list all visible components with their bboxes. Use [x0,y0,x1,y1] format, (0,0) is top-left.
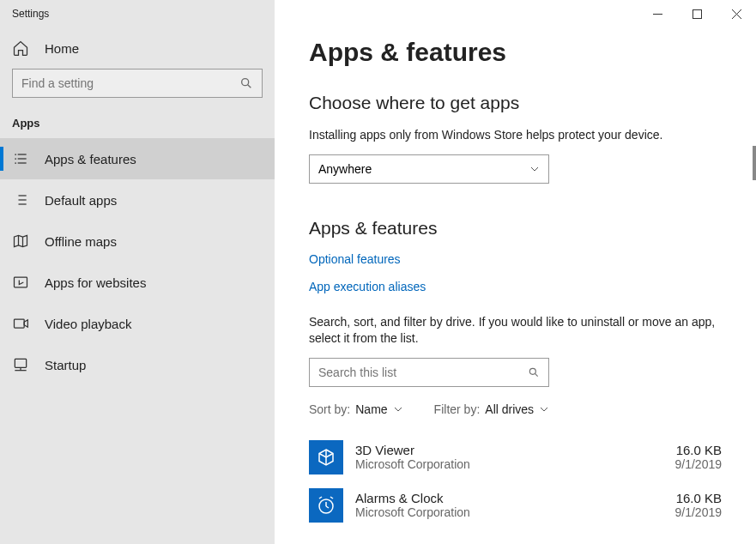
minimize-button[interactable] [638,0,677,27]
app-list-item[interactable]: 3D Viewer Microsoft Corporation 16.0 KB … [309,433,722,481]
svg-rect-19 [15,359,26,367]
sidebar-item-label: Startup [45,358,86,372]
minimize-icon [653,9,662,19]
apps-features-icon [12,150,29,167]
app-publisher: Microsoft Corporation [355,457,663,471]
app-icon-alarms-clock [309,488,343,523]
sidebar-section-title: Apps [0,113,275,138]
chevron-down-icon [529,164,540,174]
app-publisher: Microsoft Corporation [355,505,663,519]
sidebar-item-default-apps[interactable]: Default apps [0,179,275,221]
link-app-execution-aliases[interactable]: App execution aliases [309,280,722,293]
svg-line-1 [248,85,251,88]
window-title: Settings [0,0,275,27]
sidebar-item-apps-features[interactable]: Apps & features [0,138,275,179]
section-heading-apps-features: Apps & features [309,218,722,239]
search-icon [528,366,540,378]
window-caption-buttons [638,0,756,27]
main-panel: Apps & features Choose where to get apps… [275,0,756,544]
filter-label: Filter by: [434,402,481,416]
map-icon [12,233,29,250]
app-name: 3D Viewer [355,443,663,457]
svg-point-0 [242,79,249,86]
app-size: 16.0 KB [675,491,723,505]
sidebar-item-label: Default apps [45,193,117,208]
app-install-date: 9/1/2019 [675,505,723,519]
close-icon [732,9,741,19]
svg-line-30 [326,506,329,508]
svg-line-31 [319,497,322,499]
maximize-icon [692,9,702,19]
link-optional-features[interactable]: Optional features [309,252,722,266]
help-text-choose-where: Installing apps only from Windows Store … [309,127,722,144]
startup-icon [12,356,29,373]
sidebar-item-label: Video playback [45,317,131,331]
section-heading-choose-where: Choose where to get apps [309,93,722,113]
app-name: Alarms & Clock [355,491,663,505]
home-icon [12,39,29,57]
sidebar: Settings Home Apps Apps & features Defau… [0,0,275,544]
svg-line-32 [330,497,333,499]
dropdown-value: Anywhere [318,162,372,176]
list-instructions: Search, sort, and filter by drive. If yo… [309,314,722,348]
svg-rect-23 [692,9,701,18]
svg-rect-16 [15,277,27,287]
search-icon [239,76,253,90]
page-title: Apps & features [309,38,722,67]
sort-by-dropdown[interactable]: Sort by: Name [309,402,403,416]
filter-by-dropdown[interactable]: Filter by: All drives [434,402,549,416]
home-label: Home [45,41,79,56]
app-list-item[interactable]: Alarms & Clock Microsoft Corporation 16.… [309,481,722,529]
app-icon-3d-viewer [309,440,343,474]
filter-value: All drives [485,402,534,416]
chevron-down-icon [393,404,403,414]
chevron-down-icon [539,404,549,414]
search-input[interactable] [21,76,239,90]
svg-rect-17 [15,319,25,328]
app-list-search[interactable] [309,358,549,387]
app-install-date: 9/1/2019 [675,457,723,471]
app-size: 16.0 KB [675,443,723,457]
svg-marker-18 [24,320,27,327]
svg-point-26 [529,368,535,374]
app-source-dropdown[interactable]: Anywhere [309,154,549,184]
websites-icon [12,274,29,291]
find-setting-search[interactable] [12,69,263,98]
sidebar-item-label: Apps & features [45,152,136,166]
sidebar-item-apps-for-websites[interactable]: Apps for websites [0,262,275,303]
sidebar-item-startup[interactable]: Startup [0,344,275,385]
svg-line-27 [535,373,537,376]
sort-label: Sort by: [309,402,350,416]
video-icon [12,315,29,332]
default-apps-icon [12,191,29,209]
sort-value: Name [355,402,387,416]
clock-icon [316,495,336,516]
close-button[interactable] [717,0,756,27]
maximize-button[interactable] [677,0,717,27]
sidebar-item-offline-maps[interactable]: Offline maps [0,221,275,262]
sidebar-item-label: Offline maps [45,234,117,249]
home-button[interactable]: Home [0,27,275,69]
sidebar-item-video-playback[interactable]: Video playback [0,303,275,344]
scrollbar[interactable] [753,146,756,180]
app-list-search-input[interactable] [318,366,528,379]
sidebar-item-label: Apps for websites [45,275,146,290]
cube-icon [316,447,336,468]
